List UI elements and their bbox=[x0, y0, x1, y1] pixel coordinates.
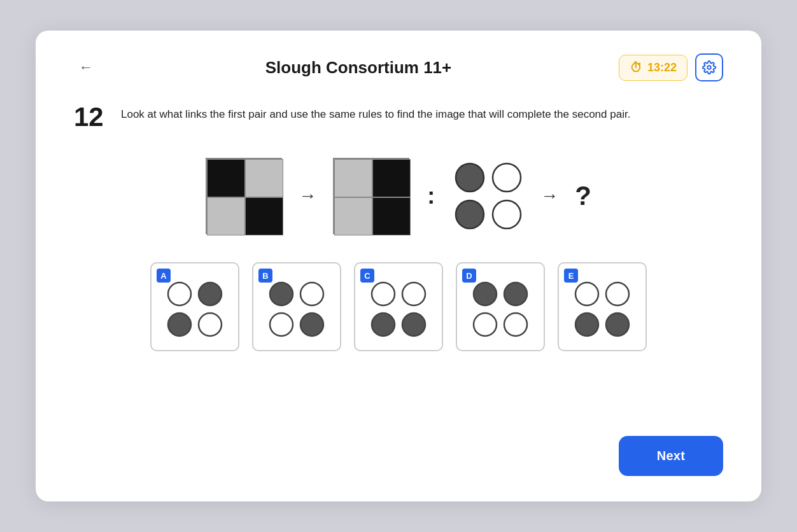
timer-value: 13:22 bbox=[647, 61, 677, 74]
header: ← Slough Consortium 11+ ⏱ 13:22 bbox=[74, 53, 723, 81]
option-e[interactable]: E bbox=[558, 262, 647, 351]
svg-point-8 bbox=[199, 313, 222, 336]
grid1 bbox=[206, 158, 282, 234]
option-a-label: A bbox=[157, 269, 171, 283]
header-right: ⏱ 13:22 bbox=[619, 53, 723, 81]
arrow1: → bbox=[299, 186, 316, 206]
circle-white-tr bbox=[491, 162, 523, 193]
svg-point-6 bbox=[199, 283, 222, 305]
svg-point-1 bbox=[456, 164, 484, 192]
svg-point-9 bbox=[270, 283, 293, 305]
option-d-label: D bbox=[462, 269, 476, 283]
gear-icon bbox=[702, 60, 716, 74]
svg-point-3 bbox=[456, 200, 484, 228]
svg-point-4 bbox=[493, 200, 521, 228]
circle-dark-bl bbox=[454, 199, 486, 230]
option-a[interactable]: A bbox=[150, 262, 239, 351]
grid1-cell-br bbox=[245, 197, 283, 235]
svg-point-2 bbox=[493, 164, 521, 192]
question-mark: ? bbox=[575, 181, 591, 211]
option-d[interactable]: D bbox=[456, 262, 545, 351]
grid1-cell-tr bbox=[245, 159, 283, 197]
svg-point-5 bbox=[168, 283, 191, 305]
option-e-label: E bbox=[564, 269, 578, 283]
page-title: Slough Consortium 11+ bbox=[98, 58, 619, 78]
svg-point-14 bbox=[402, 283, 425, 305]
svg-point-19 bbox=[474, 313, 497, 336]
svg-point-10 bbox=[300, 283, 323, 305]
svg-point-20 bbox=[504, 313, 527, 336]
grid2-cell-tl bbox=[334, 159, 372, 197]
svg-point-7 bbox=[168, 313, 191, 336]
svg-point-17 bbox=[474, 283, 497, 305]
grid2-cell-bl bbox=[334, 197, 372, 235]
svg-point-0 bbox=[707, 66, 711, 69]
options-row: A B C bbox=[74, 262, 723, 351]
timer-icon: ⏱ bbox=[630, 60, 642, 75]
svg-point-12 bbox=[300, 313, 323, 336]
arrow2: → bbox=[540, 186, 558, 206]
grid2-cell-tr bbox=[372, 159, 411, 197]
svg-point-16 bbox=[402, 313, 425, 336]
option-c[interactable]: C bbox=[354, 262, 443, 351]
option-c-label: C bbox=[360, 269, 374, 283]
circle-dark-tl bbox=[454, 162, 486, 193]
grid2-cell-br bbox=[372, 197, 411, 235]
svg-point-21 bbox=[575, 283, 598, 305]
circles-group bbox=[453, 160, 524, 232]
next-button[interactable]: Next bbox=[619, 436, 723, 476]
puzzle-area: → : → ? bbox=[74, 158, 723, 234]
grid1-cell-tl bbox=[207, 159, 245, 197]
circle-white-br bbox=[491, 199, 523, 230]
question-row: 12 Look at what links the first pair and… bbox=[74, 102, 723, 132]
settings-button[interactable] bbox=[695, 53, 723, 81]
svg-point-22 bbox=[606, 283, 629, 305]
svg-point-13 bbox=[372, 283, 395, 305]
quiz-card: ← Slough Consortium 11+ ⏱ 13:22 12 Look … bbox=[36, 31, 761, 501]
svg-point-11 bbox=[270, 313, 293, 336]
grid1-cell-bl bbox=[207, 197, 245, 235]
grid2 bbox=[333, 158, 409, 234]
svg-point-15 bbox=[372, 313, 395, 336]
option-b[interactable]: B bbox=[252, 262, 341, 351]
question-text: Look at what links the first pair and us… bbox=[121, 102, 630, 123]
svg-point-18 bbox=[504, 283, 527, 305]
question-number: 12 bbox=[74, 102, 106, 132]
back-button[interactable]: ← bbox=[74, 57, 98, 78]
timer-badge: ⏱ 13:22 bbox=[619, 55, 688, 81]
option-b-label: B bbox=[258, 269, 272, 283]
svg-point-24 bbox=[606, 313, 629, 336]
colon-separator: : bbox=[427, 183, 435, 209]
svg-point-23 bbox=[575, 313, 598, 336]
